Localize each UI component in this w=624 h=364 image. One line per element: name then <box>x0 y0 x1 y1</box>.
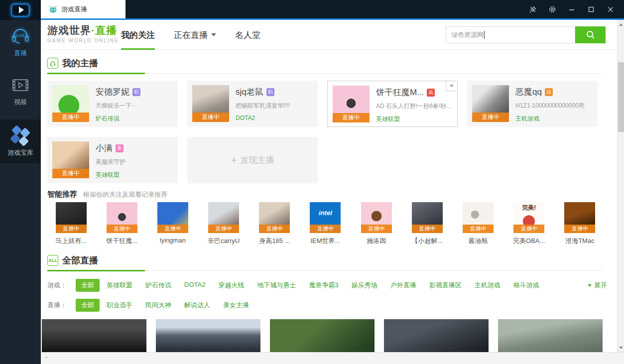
tab-hall-of-fame[interactable]: 名人堂 <box>235 20 260 50</box>
streamer-avatar: 直播中 <box>564 202 595 233</box>
streamer-name: 安德罗妮 <box>96 86 129 98</box>
recommended-streamer[interactable]: 直播中 【小超解... <box>403 202 451 245</box>
streamer-game-link[interactable]: 主机游戏 <box>515 115 585 123</box>
recommended-streamer[interactable]: 直播中 辛巴carryU <box>200 202 248 245</box>
streamer-card[interactable]: 直播中 恶魔qq达 H1Z1-10000000000000死 主机游戏 <box>467 81 598 127</box>
recommended-streamer[interactable]: 直播中 身高185 ... <box>251 202 298 245</box>
pin-icon[interactable] <box>526 3 539 15</box>
window-tab-label: 游戏直播 <box>61 5 87 14</box>
maximize-button[interactable] <box>585 3 598 15</box>
live-status-badge: 直播中 <box>333 113 370 122</box>
stream-preview-thumbnail[interactable] <box>270 319 374 352</box>
sidebar-item-game-library[interactable]: 游戏宝库 <box>0 120 41 163</box>
streamer-avatar: 直播中 <box>56 202 87 233</box>
live-status-badge: 直播中 <box>56 225 87 233</box>
bottom-bar: - <box>41 352 624 364</box>
search-icon <box>586 30 596 40</box>
recommended-streamer[interactable]: 直播中 马上就有... <box>47 202 95 245</box>
chevron-down-icon <box>588 284 592 287</box>
svg-text:LiVE: LiVE <box>16 33 25 38</box>
filter-option[interactable]: 炉石传说 <box>145 281 171 290</box>
recommended-streamer[interactable]: 直播中 饼干狂魔... <box>98 202 145 245</box>
live-status-badge: 直播中 <box>107 225 137 233</box>
filter-option[interactable]: 娱乐秀场 <box>352 281 377 290</box>
streamer-name: IEM世界... <box>302 237 349 245</box>
scroll-up-button[interactable] <box>618 21 624 28</box>
sidebar-item-live[interactable]: LiVE 直播 <box>0 20 41 64</box>
game-library-icon <box>10 125 30 145</box>
streamer-avatar: 直播中 <box>412 202 443 233</box>
filter-option[interactable]: 魔兽争霸3 <box>309 281 338 290</box>
streamer-name: 完美OBA... <box>505 237 553 245</box>
streamer-card[interactable]: 直播中 安德罗妮职 天梯娱乐一下·· 炉石传说 <box>47 81 178 127</box>
recommended-streamer[interactable]: 直播中 施洛因 <box>353 202 400 245</box>
filter-option[interactable]: 户外直播 <box>390 281 416 290</box>
streamer-name: 恶魔qq <box>515 86 542 98</box>
streamer-card-selected[interactable]: 直播中 饼干狂魔M...高 AD 石头人打野!一秒6拳!秒... 英雄联盟 <box>327 81 458 127</box>
live-filter-row: 直播： 全部 职业选手 民间大神 解说达人 美女主播 <box>47 299 603 312</box>
filter-option[interactable]: 解说达人 <box>184 301 210 310</box>
vertical-scrollbar[interactable] <box>617 20 624 352</box>
streamer-badge: 高 <box>427 89 435 97</box>
scroll-down-button[interactable] <box>618 344 624 351</box>
stream-preview-thumbnail[interactable] <box>498 319 603 352</box>
filter-option[interactable]: 格斗游戏 <box>513 281 539 290</box>
filter-option[interactable]: 地下城与勇士 <box>257 281 296 290</box>
recommended-streamer[interactable]: intel 直播中 IEM世界... <box>302 202 349 245</box>
expand-button[interactable]: 展开 <box>588 281 607 290</box>
streamer-game-link[interactable]: 英雄联盟 <box>376 115 451 123</box>
filter-option[interactable]: 影视直播区 <box>429 281 462 290</box>
settings-gear-icon[interactable] <box>546 3 559 15</box>
filter-option[interactable]: DOTA2 <box>184 281 205 290</box>
filter-option-selected[interactable]: 全部 <box>76 279 100 292</box>
brand-main: 游戏世界 <box>47 24 91 36</box>
streamer-name: 小满 <box>96 142 113 154</box>
stream-preview-thumbnail[interactable] <box>42 319 146 352</box>
sidebar-item-label: 视频 <box>0 98 41 107</box>
filter-option-selected[interactable]: 全部 <box>76 299 100 312</box>
recommended-streamer[interactable]: 直播中 澄海TMac <box>556 202 604 245</box>
live-status-badge: 直播中 <box>52 169 89 178</box>
filter-option[interactable]: 美女主播 <box>223 301 249 310</box>
recommended-streamer[interactable]: 直播中 lyingman <box>149 202 196 245</box>
chevron-down-icon <box>619 347 623 349</box>
window-tab-game-live[interactable]: 游戏直播 <box>41 0 125 18</box>
discover-streamers-button[interactable]: + 发现主播 <box>187 137 318 183</box>
streamer-avatar: 直播中 <box>52 141 89 178</box>
filter-option[interactable]: 民间大神 <box>145 301 171 310</box>
filter-option[interactable]: 职业选手 <box>107 301 132 310</box>
recommended-streamer[interactable]: 完美! 直播中 完美OBA... <box>505 202 553 245</box>
tab-now-live[interactable]: 正在直播 <box>174 20 216 50</box>
scrollbar-thumb[interactable] <box>618 62 624 132</box>
live-status-badge: 直播中 <box>192 113 229 122</box>
sidebar-item-video[interactable]: 视频 <box>0 72 41 113</box>
streamer-game-link[interactable]: 炉石传说 <box>96 115 140 123</box>
streamer-game-link[interactable]: 英雄联盟 <box>96 171 125 179</box>
recommended-streamer[interactable]: 直播中 酱油瓶 <box>455 202 502 245</box>
streamer-name: sjq老鼠 <box>236 86 263 98</box>
live-status-badge: 直播中 <box>412 225 443 233</box>
filter-option[interactable]: 穿越火线 <box>218 281 244 290</box>
streamer-card[interactable]: 直播中 小满美 美服求守护 英雄联盟 <box>47 137 178 183</box>
search-input[interactable]: 绿色资源网 <box>446 26 575 43</box>
streamer-avatar: 直播中 <box>333 86 370 122</box>
stream-preview-thumbnail[interactable] <box>384 319 489 352</box>
streamer-game-link[interactable]: DOTA2 <box>236 115 290 121</box>
card-dropdown-button[interactable] <box>446 81 458 91</box>
streamer-name: lyingman <box>149 237 196 244</box>
stream-preview-row <box>42 319 603 352</box>
streamer-card[interactable]: 直播中 sjq老鼠职 把锅联军乳清宴华!!!! DOTA2 <box>187 81 318 127</box>
brand-subtitle: GAME WORLD ONLINE <box>47 38 119 43</box>
section-title: 我的主播 <box>62 57 98 69</box>
filter-option[interactable]: 主机游戏 <box>475 281 500 290</box>
close-button[interactable] <box>604 3 617 15</box>
tab-my-follows[interactable]: 我的关注 <box>121 20 155 50</box>
brand-accent: ·直播 <box>91 24 117 36</box>
stream-preview-thumbnail[interactable] <box>156 319 260 352</box>
search-button[interactable] <box>575 26 606 43</box>
filter-option[interactable]: 英雄联盟 <box>107 281 132 290</box>
streamer-name: 辛巴carryU <box>200 237 248 245</box>
minimize-button[interactable] <box>565 3 578 15</box>
live-status-badge: 直播中 <box>208 225 239 233</box>
header-tabs: 我的关注 正在直播 名人堂 <box>121 20 260 50</box>
